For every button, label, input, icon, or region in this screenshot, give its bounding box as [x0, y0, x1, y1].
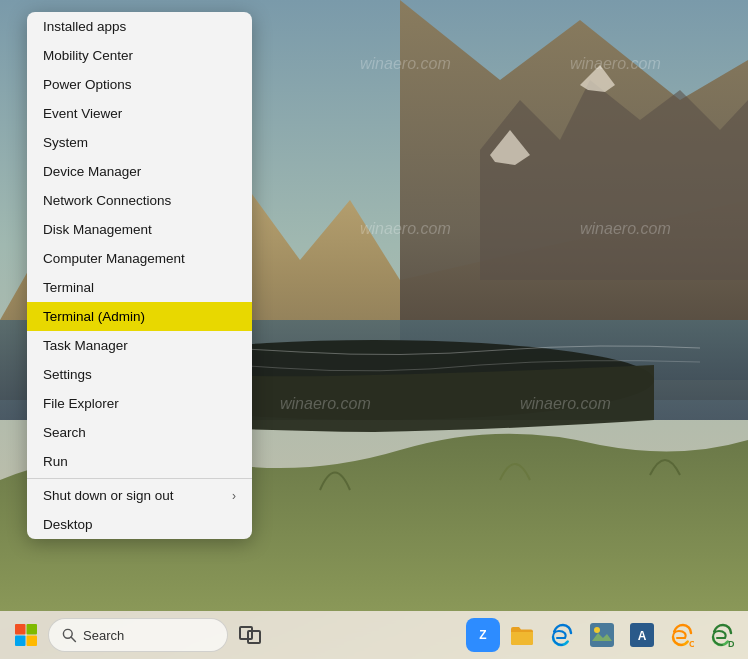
- svg-rect-11: [27, 636, 38, 647]
- scenic-icon: [590, 623, 614, 647]
- svg-text:C: C: [689, 639, 694, 647]
- svg-text:D: D: [728, 639, 734, 647]
- menu-item-shut-down[interactable]: Shut down or sign out ›: [27, 481, 252, 510]
- menu-item-search[interactable]: Search: [27, 418, 252, 447]
- taskbar: Search Z A: [0, 611, 748, 659]
- menu-item-task-manager[interactable]: Task Manager: [27, 331, 252, 360]
- menu-item-file-explorer[interactable]: File Explorer: [27, 389, 252, 418]
- svg-rect-14: [590, 623, 614, 647]
- taskbar-icon-scenic[interactable]: [584, 617, 620, 653]
- svg-point-16: [594, 627, 600, 633]
- zoom-label: Z: [479, 628, 486, 642]
- context-menu: Installed apps Mobility Center Power Opt…: [27, 12, 252, 539]
- app5-icon: A: [630, 623, 654, 647]
- svg-text:A: A: [638, 629, 647, 643]
- menu-item-settings[interactable]: Settings: [27, 360, 252, 389]
- menu-item-power-options[interactable]: Power Options: [27, 70, 252, 99]
- svg-rect-8: [15, 624, 26, 635]
- taskbar-icon-edge-canary[interactable]: C: [664, 617, 700, 653]
- taskbar-icon-zoom[interactable]: Z: [466, 618, 500, 652]
- task-view-icon: [239, 626, 261, 644]
- search-icon: [61, 627, 77, 643]
- menu-item-system[interactable]: System: [27, 128, 252, 157]
- edge-icon: [550, 623, 574, 647]
- menu-item-mobility-center[interactable]: Mobility Center: [27, 41, 252, 70]
- folder-icon: [510, 624, 534, 646]
- taskbar-icon-edge[interactable]: [544, 617, 580, 653]
- menu-item-desktop[interactable]: Desktop: [27, 510, 252, 539]
- menu-item-installed-apps[interactable]: Installed apps: [27, 12, 252, 41]
- start-button[interactable]: [8, 617, 44, 653]
- menu-item-disk-management[interactable]: Disk Management: [27, 215, 252, 244]
- menu-item-computer-management[interactable]: Computer Management: [27, 244, 252, 273]
- search-bar[interactable]: Search: [48, 618, 228, 652]
- search-label: Search: [83, 628, 124, 643]
- menu-item-network-connections[interactable]: Network Connections: [27, 186, 252, 215]
- menu-separator: [27, 478, 252, 479]
- menu-item-terminal-admin[interactable]: Terminal (Admin): [27, 302, 252, 331]
- windows-logo-icon: [14, 623, 38, 647]
- taskbar-icon-file-explorer[interactable]: [504, 617, 540, 653]
- menu-item-run[interactable]: Run: [27, 447, 252, 476]
- svg-line-13: [71, 637, 75, 641]
- menu-item-terminal[interactable]: Terminal: [27, 273, 252, 302]
- task-view-button[interactable]: [232, 617, 268, 653]
- menu-item-event-viewer[interactable]: Event Viewer: [27, 99, 252, 128]
- edge-dev-icon: D: [710, 623, 734, 647]
- svg-rect-10: [15, 636, 26, 647]
- edge-canary-icon: C: [670, 623, 694, 647]
- svg-rect-9: [27, 624, 38, 635]
- taskbar-icon-edge-dev[interactable]: D: [704, 617, 740, 653]
- menu-item-device-manager[interactable]: Device Manager: [27, 157, 252, 186]
- taskbar-icon-app5[interactable]: A: [624, 617, 660, 653]
- submenu-arrow-icon: ›: [232, 489, 236, 503]
